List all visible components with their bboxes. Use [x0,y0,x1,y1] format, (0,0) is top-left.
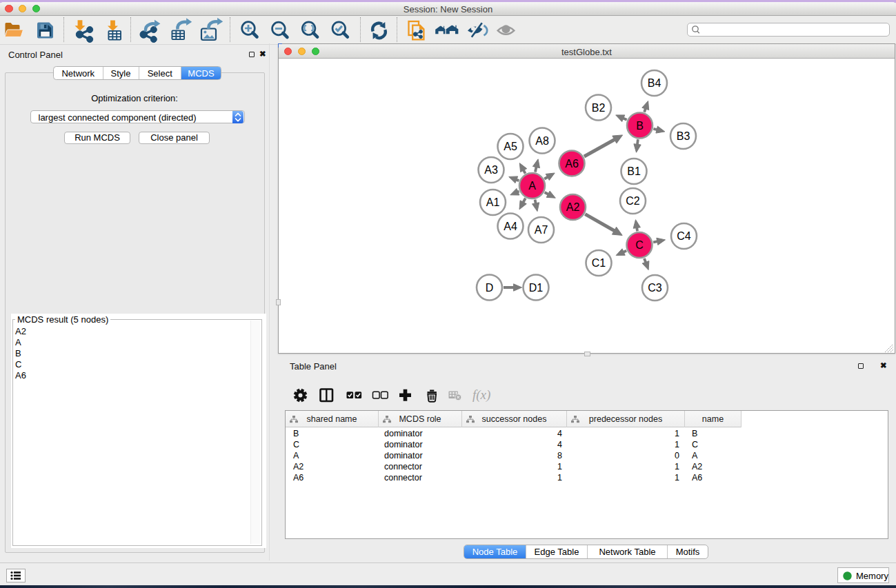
svg-text:D1: D1 [529,282,544,294]
svg-text:C: C [635,239,644,251]
svg-text:A2: A2 [566,201,580,213]
svg-text:B: B [636,120,644,132]
svg-text:B2: B2 [592,102,606,114]
svg-text:A4: A4 [504,221,517,232]
svg-text:C4: C4 [677,230,691,242]
svg-text:A3: A3 [484,164,498,176]
svg-text:D: D [486,282,494,294]
svg-text:B4: B4 [648,77,661,89]
svg-text:C2: C2 [626,195,640,207]
svg-text:B1: B1 [627,165,641,177]
svg-text:A6: A6 [565,158,579,170]
svg-text:A8: A8 [535,135,549,147]
svg-text:C3: C3 [648,282,662,294]
svg-text:A1: A1 [486,196,500,208]
svg-text:B3: B3 [677,130,690,142]
svg-text:A5: A5 [504,141,517,152]
svg-text:A7: A7 [535,224,548,236]
svg-text:f(x): f(x) [472,387,490,403]
svg-text:C1: C1 [592,257,606,269]
svg-text:A: A [528,180,536,192]
